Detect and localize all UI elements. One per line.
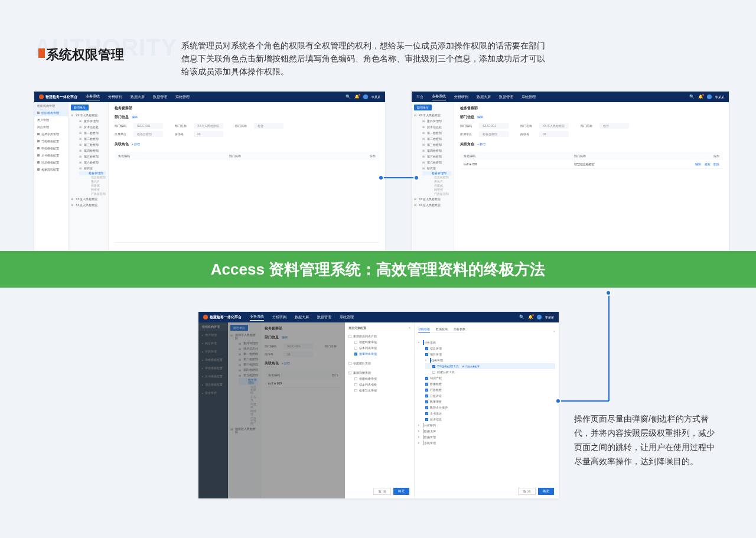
checkbox-item[interactable]: 创建线索举报 [354, 376, 410, 382]
nav-item[interactable]: 分析研判 [272, 315, 286, 320]
sidebar-item[interactable]: 消息模板配置 [34, 159, 68, 166]
sidebar-item[interactable]: 字典管理 [198, 347, 228, 356]
tree-node[interactable]: 分析研判 [418, 422, 555, 428]
sidebar-item[interactable]: 用户管理 [198, 331, 228, 339]
tree-leaf[interactable]: 朱先月 [422, 180, 451, 184]
tree-leaf[interactable]: 朱先月 [239, 395, 258, 402]
tree-leaf[interactable]: 网维维 [422, 188, 451, 192]
ai-config-link[interactable]: AI 页面元素配置 [462, 365, 480, 368]
tree-node[interactable]: 知识产权 [425, 375, 555, 381]
tree-leaf[interactable]: 朱先月 [79, 180, 106, 184]
tree-node[interactable]: 第四检察部 [79, 148, 106, 154]
edit-link[interactable]: 编辑 [695, 162, 701, 166]
confirm-button[interactable]: 确 定 [538, 488, 554, 495]
nav-item[interactable]: 数据大屏 [295, 315, 309, 320]
tree-leaf[interactable]: 检务管理部 [239, 378, 258, 385]
checkbox-item[interactable]: 创建团队页面 [348, 360, 410, 366]
avatar[interactable] [537, 315, 542, 319]
edit-link[interactable]: 编辑 [132, 115, 138, 119]
sidebar-item[interactable]: 用户管理 [34, 116, 68, 123]
sidebar-item[interactable]: 导检模板配置 [34, 138, 68, 145]
tree-leaf[interactable]: 行政监督部 [239, 416, 258, 426]
nav-item[interactable]: 业务系统 [86, 94, 100, 100]
tree-root[interactable]: XX市人民检察院 [414, 112, 451, 118]
nav-item[interactable]: 业务系统 [432, 94, 446, 100]
checkbox-item[interactable]: 案源详情页面 [348, 370, 410, 376]
add-role-link[interactable]: + 新增 [282, 361, 290, 365]
tree-node[interactable]: 民事审查 [425, 399, 555, 405]
tree-leaf[interactable]: 何建斌 [79, 184, 106, 188]
cancel-button[interactable]: 取 消 [373, 488, 390, 495]
tree-node[interactable]: 行政检察 [425, 387, 555, 393]
tree-node[interactable]: 任务管理 [425, 357, 555, 363]
tree-node[interactable]: XX区人民检察院 [71, 202, 106, 208]
edit-link[interactable]: 编辑 [477, 115, 483, 119]
tree-node[interactable]: 影像检察 [425, 381, 555, 387]
sidebar-item[interactable]: 消息模板配置 [198, 380, 228, 389]
user-name[interactable]: 李某某 [372, 95, 380, 99]
tree-root[interactable]: XX市人民检察院 [71, 112, 106, 118]
tree-node[interactable]: 第三检察部 [79, 142, 106, 148]
tree-node[interactable]: 第一检察部 [239, 351, 258, 357]
checkbox-item[interactable]: 批量导出举报 [354, 351, 410, 357]
avatar[interactable] [707, 94, 712, 99]
tree-node[interactable]: 技术信息处 [79, 124, 106, 130]
confirm-button[interactable]: 确 定 [393, 488, 409, 495]
nav-item[interactable]: 数据管理 [499, 94, 513, 100]
nav-item[interactable]: 分析研判 [454, 94, 468, 100]
checkbox-item[interactable]: 创建线索举报 [354, 339, 410, 345]
tree-leaf[interactable]: 信息检察部 [239, 385, 258, 395]
tree-node[interactable]: 案件管理部 [239, 341, 258, 346]
delete-link[interactable]: 删除 [713, 162, 719, 166]
nav-item[interactable]: 系统管理 [522, 94, 536, 100]
nav-item[interactable]: 数据大屏 [477, 94, 491, 100]
sidebar-item[interactable]: 文书模板配置 [34, 152, 68, 159]
tree-node[interactable]: 技术信息处 [239, 346, 258, 351]
add-role-link[interactable]: + 新增 [477, 142, 485, 146]
tab-feature-permission[interactable]: 功能权限 [418, 326, 430, 332]
tree-node[interactable]: 系统管理 [418, 440, 555, 446]
tree-subnode[interactable]: 信息检察部 [422, 175, 451, 180]
tree-node[interactable]: 技术信息处 [422, 124, 451, 130]
tab-data-permission[interactable]: 数据权限 [436, 326, 448, 332]
user-name[interactable]: 李某某 [715, 95, 724, 99]
checkbox-item[interactable]: 核本列表举报 [354, 345, 410, 351]
tree-node[interactable]: 第五检察部 [239, 373, 258, 378]
tab-metric-param[interactable]: 指标参数 [454, 326, 465, 332]
add-unit-button[interactable]: 新增单位 [71, 105, 89, 110]
grant-link[interactable]: 授权 [705, 162, 711, 166]
sidebar-item[interactable]: 分类字典管理 [34, 131, 68, 138]
tree-node[interactable]: 第六检察部 [422, 159, 451, 165]
tree-node[interactable]: XX区人民检察院 [414, 202, 451, 208]
tree-node[interactable]: 第一检察部 [79, 130, 106, 136]
search-icon[interactable]: 🔍 [519, 315, 524, 319]
tree-leaf[interactable]: 检务管理部 [79, 171, 106, 175]
nav-item[interactable]: 数据管理 [317, 315, 331, 320]
tree-leaf[interactable]: 网维维 [79, 188, 106, 192]
sidebar-item[interactable]: 检索流程配置 [34, 166, 68, 173]
tree-node[interactable]: XX区人民检察院 [71, 196, 106, 202]
user-name[interactable]: 李某某 [545, 315, 554, 319]
checkbox-item[interactable]: 核本列表报检 [354, 382, 410, 387]
tree-node[interactable]: 案件管理部 [79, 118, 106, 124]
avatar[interactable] [363, 94, 368, 99]
tree-root[interactable]: 深圳市人民检察院 [230, 332, 258, 341]
tree-subnode[interactable]: 信息检察部 [79, 175, 106, 180]
tree-node[interactable]: 业务系统 [418, 340, 555, 345]
tree-leaf[interactable]: 何建斌 [422, 184, 451, 188]
tree-node[interactable]: 第二检察部 [79, 136, 106, 142]
checkbox-item[interactable]: 批量导出举报 [354, 387, 410, 393]
tree-node[interactable]: 第五检察部 [79, 154, 106, 159]
edit-link[interactable]: 编辑 [282, 335, 288, 339]
sidebar-item[interactable]: 组织机构管理 [34, 109, 68, 116]
add-unit-button[interactable]: 新增单位 [414, 105, 432, 110]
sidebar-item[interactable]: 岗位管理 [34, 123, 68, 131]
tree-node[interactable]: 公益诉讼 [425, 393, 555, 399]
sidebar-item[interactable]: 导检模板配置 [198, 356, 228, 364]
nav-item[interactable]: 系统管理 [175, 94, 190, 100]
sidebar-item[interactable]: 文书模板配置 [198, 372, 228, 380]
tree-node[interactable]: 信息管理 [425, 345, 555, 351]
tree-leaf[interactable]: 行政监督部 [79, 192, 106, 196]
tree-node[interactable]: 研究室 [422, 165, 451, 171]
close-icon[interactable]: × [553, 330, 555, 333]
